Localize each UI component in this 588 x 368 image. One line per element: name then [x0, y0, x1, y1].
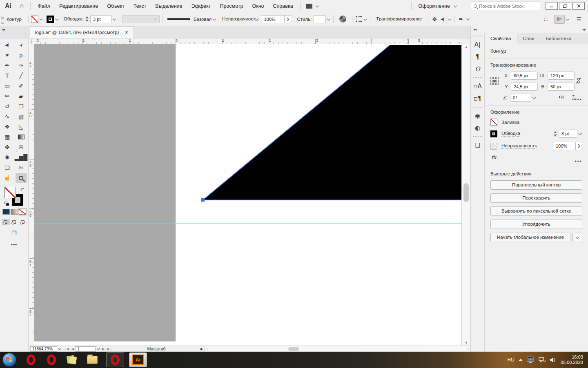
swap-fill-stroke-icon[interactable]: ⇄ — [20, 187, 24, 191]
stroke-color-swatch[interactable] — [47, 16, 54, 23]
show-hidden-icons-icon[interactable] — [519, 359, 523, 361]
opacity-label[interactable]: Непрозрачность — [501, 143, 537, 149]
slice-tool[interactable]: ✄ — [16, 163, 27, 173]
last-artboard-icon[interactable]: ▶❘ — [106, 347, 114, 351]
taskbar-illustrator[interactable]: Ai — [129, 352, 147, 367]
panel-grip[interactable] — [1, 15, 4, 24]
horizontal-scrollbar[interactable]: ‹ › — [204, 346, 470, 352]
hand-tool[interactable]: ☝ — [2, 173, 13, 183]
type-tool[interactable]: T — [2, 71, 13, 81]
network-icon[interactable] — [538, 357, 546, 363]
tab-свойства[interactable]: Свойства — [485, 33, 517, 44]
more-options-icon[interactable]: ••• — [575, 159, 582, 164]
vertical-ruler[interactable]: 4 74 84 95 05 15 2 — [29, 44, 34, 346]
document-tab[interactable]: logo.ai* @ 11864,79% (RGB/Просмотр) ✕ — [30, 26, 134, 38]
next-artboard-icon[interactable]: ▶ — [101, 347, 106, 351]
document-arrangement-icon[interactable]: ∷ — [541, 15, 550, 23]
eyedropper-tool[interactable]: ✤ — [2, 142, 13, 152]
align-objects-icon[interactable]: ✥ — [431, 16, 439, 22]
blend-tool[interactable]: ✇ — [16, 142, 27, 152]
ruler-origin-icon[interactable]: ┼ — [29, 38, 34, 44]
magic-wand-tool[interactable]: ✶ — [2, 50, 13, 60]
opacity-field[interactable]: 100% — [553, 142, 576, 150]
menu-выделение[interactable]: Выделение — [151, 0, 187, 12]
appearance-panel-icon[interactable]: ◉ — [472, 110, 483, 122]
artboard-tool[interactable]: ❏ — [2, 163, 13, 173]
recolor-artwork-icon[interactable] — [339, 16, 346, 22]
eraser-tool[interactable]: ▰ — [16, 91, 27, 101]
gradient-button[interactable] — [11, 209, 18, 215]
taskbar-opera[interactable] — [106, 352, 124, 367]
width-field[interactable]: 120 px — [548, 72, 575, 80]
zoom-level-field[interactable]: 11864,79% — [30, 346, 57, 352]
color-button[interactable] — [2, 209, 10, 215]
more-options-icon[interactable]: ••• — [575, 97, 582, 103]
menu-эффект[interactable]: Эффект — [187, 0, 216, 12]
isolate-selection-icon[interactable]: ✒ — [457, 16, 465, 22]
opacity-options-button[interactable]: ❯ — [285, 15, 291, 23]
width-tool[interactable]: ∿ — [2, 112, 13, 121]
curvature-tool[interactable]: ✑ — [16, 61, 27, 70]
select-similar-icon[interactable]: ➤ — [438, 14, 448, 24]
fill-proxy-swatch[interactable] — [4, 187, 16, 198]
collapse-dock-right-icon[interactable]: ▸▸ — [583, 27, 586, 31]
status-flyout-icon[interactable]: ▶ — [199, 347, 204, 351]
reference-point-locator[interactable] — [490, 77, 499, 86]
volume-icon[interactable] — [550, 357, 557, 363]
menu-справка[interactable]: Справка — [269, 0, 298, 12]
default-fill-stroke-icon[interactable] — [4, 202, 9, 206]
close-button[interactable] — [572, 2, 585, 10]
taskbar-sticky-notes[interactable] — [63, 352, 81, 367]
minimize-button[interactable] — [546, 2, 558, 10]
app-logo[interactable]: Ai — [0, 2, 16, 10]
prev-artboard-icon[interactable]: ◀ — [70, 347, 75, 351]
arrange-documents-button[interactable] — [303, 4, 323, 9]
perspective-grid-tool[interactable]: ◺ — [16, 122, 27, 132]
paintbrush-tool[interactable]: ✐ — [16, 81, 27, 91]
tab-слои[interactable]: Слои — [517, 33, 540, 44]
vertical-scroll-thumb[interactable] — [463, 183, 469, 202]
menu-окно[interactable]: Окно — [248, 0, 269, 12]
clock[interactable]: 16:03 05.08.2020 — [561, 355, 583, 365]
mesh-tool[interactable]: ▦ — [2, 132, 13, 142]
direct-selection-tool[interactable]: ➢ — [16, 40, 27, 50]
fx-effects-icon[interactable]: fx. — [491, 154, 582, 160]
rectangle-tool[interactable]: ▭ — [2, 81, 13, 91]
close-tab-icon[interactable]: ✕ — [125, 30, 128, 35]
character-styles-panel-icon[interactable]: ▫A — [472, 80, 483, 92]
global-edit-button[interactable]: Начать глобальное изменение — [490, 233, 570, 242]
pathfinder-panel-icon[interactable]: ❏ — [472, 139, 483, 151]
collapse-dock-left-icon[interactable]: ◂◂ — [473, 27, 476, 31]
symbol-sprayer-tool[interactable]: ✺ — [2, 153, 13, 162]
rotation-field[interactable]: 0° — [510, 94, 531, 102]
taskbar-explorer[interactable] — [83, 352, 101, 367]
fill-swatch[interactable] — [490, 119, 497, 126]
menu-редактирование[interactable]: Редактирование — [55, 0, 102, 12]
quick-action-button[interactable]: Перекрасить — [490, 193, 582, 203]
stroke-weight-field[interactable]: 3 pt — [90, 15, 111, 23]
scale-tool[interactable]: ❐ — [16, 101, 27, 111]
column-graph-tool[interactable]: ▂▆█ — [16, 153, 27, 162]
scroll-up-icon[interactable]: ▲ — [462, 45, 471, 49]
selection-tool[interactable]: ➤ — [2, 40, 13, 50]
screen-mode-icon[interactable]: ❐ — [0, 230, 28, 236]
stroke-weight-field[interactable]: 3 pt — [559, 130, 577, 138]
panel-dock-icon[interactable]: ⊫ — [554, 15, 565, 24]
selected-shape[interactable] — [203, 45, 461, 200]
quick-action-button[interactable]: Параллельный контур — [490, 180, 582, 190]
draw-inside-button[interactable] — [19, 219, 27, 225]
rotate-tool[interactable]: ↺ — [2, 101, 13, 111]
horizontal-ruler[interactable]: 321012345 — [34, 38, 461, 44]
quick-action-button[interactable]: Выровнять по пиксельной сетке — [490, 206, 582, 216]
stroke-weight-label[interactable]: Обводка: — [64, 16, 84, 22]
stroke-weight-stepper[interactable] — [554, 131, 557, 137]
opacity-field[interactable]: 100% — [261, 15, 285, 23]
status-display[interactable]: Масштаб — [114, 346, 199, 351]
first-artboard-icon[interactable]: ❘◀ — [62, 347, 70, 351]
menu-файл[interactable]: Файл — [33, 0, 55, 12]
adobe-stock-search[interactable] — [471, 2, 540, 10]
restore-button[interactable] — [559, 2, 571, 10]
draw-behind-button[interactable] — [10, 219, 18, 225]
language-indicator[interactable]: RU — [508, 357, 514, 363]
fill-color-swatch[interactable] — [31, 16, 38, 23]
